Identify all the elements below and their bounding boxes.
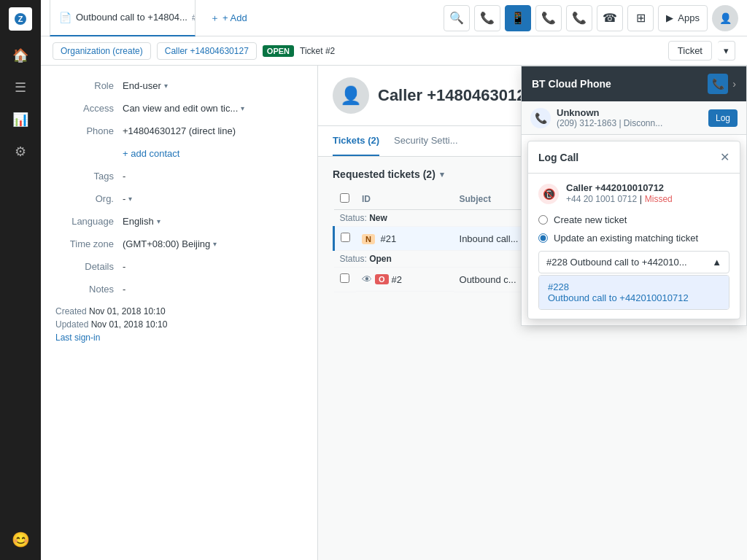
notes-value: - <box>123 284 303 295</box>
phone-value: +14804630127 (direct line) <box>123 125 303 136</box>
bt-header-actions: 📞 › <box>708 74 736 94</box>
nav-tickets[interactable]: ☰ <box>7 74 34 101</box>
apps-chevron-icon: ▶ <box>666 12 673 23</box>
language-label: Language <box>55 216 114 227</box>
tab-label: Outbound call to +14804... <box>76 12 187 23</box>
log-missed-call-icon: 📵 <box>538 184 559 204</box>
active-tab[interactable]: 📄 Outbound call to +14804... #2 ✕ <box>50 0 196 36</box>
timezone-dropdown-icon[interactable]: ▾ <box>213 240 217 248</box>
app-logo[interactable]: Z <box>9 7 32 31</box>
bt-call-type-icon: 📞 <box>530 108 551 128</box>
breadcrumb-bar: Organization (create) Caller +1480463012… <box>41 36 747 66</box>
caller-avatar: 👤 <box>333 77 369 114</box>
bt-log-button[interactable]: Log <box>708 109 738 127</box>
top-bar: 📄 Outbound call to +14804... #2 ✕ ＋ + Ad… <box>41 0 747 36</box>
created-info: Created Nov 01, 2018 10:10 Updated Nov 0… <box>55 306 303 343</box>
log-caller-details: Caller +442010010712 +44 20 1001 0712 | … <box>566 182 673 204</box>
bt-panel-title: BT Cloud Phone <box>532 78 611 90</box>
ticket-id-2: #2 <box>392 274 402 285</box>
language-field: Language English ▾ <box>55 216 303 227</box>
phone-label: Phone <box>55 125 114 136</box>
log-call-modal: Log Call ✕ 📵 Caller +442010010712 +44 20… <box>527 141 740 319</box>
notes-label: Notes <box>55 284 114 295</box>
phone-button-5[interactable]: ☎ <box>597 5 623 31</box>
select-all-checkbox[interactable] <box>340 193 349 203</box>
user-avatar[interactable]: 👤 <box>712 5 738 31</box>
timezone-field: Time zone (GMT+08:00) Beijing ▾ <box>55 238 303 249</box>
bt-caller-detail: (209) 312-1863 | Disconn... <box>557 118 703 128</box>
created-label: Created <box>55 306 89 316</box>
requested-tickets-label: Requested tickets (2) <box>333 168 436 180</box>
ticket-checkbox-21[interactable] <box>341 233 350 242</box>
log-caller-number: Caller +442010010712 <box>566 182 673 193</box>
ticket-dropdown[interactable]: #228 Outbound call to +442010... ▲ <box>538 251 729 273</box>
tab-security[interactable]: Security Setti... <box>394 126 457 156</box>
new-ticket-dropdown[interactable]: ▾ <box>718 41 735 61</box>
ticket-dropdown-options: #228 Outbound call to +442010010712 <box>538 275 729 310</box>
org-dropdown-icon[interactable]: ▾ <box>128 195 132 203</box>
nav-user[interactable]: 😊 <box>7 526 34 553</box>
add-contact-link[interactable]: + add contact <box>123 148 303 159</box>
details-value: - <box>123 261 303 272</box>
option-id: #228 <box>548 281 720 292</box>
create-ticket-radio-input[interactable] <box>538 215 548 225</box>
language-dropdown-icon[interactable]: ▾ <box>157 217 160 225</box>
log-caller-row: 📵 Caller +442010010712 +44 20 1001 0712 … <box>538 182 729 204</box>
log-caller-sub: +44 20 1001 0712 <box>566 194 637 204</box>
ticket-dropdown-chevron: ▲ <box>712 257 721 268</box>
log-call-close-button[interactable]: ✕ <box>720 150 729 164</box>
phone-button-3[interactable]: 📞 <box>535 5 562 31</box>
create-ticket-radio[interactable]: Create new ticket <box>538 214 729 225</box>
add-tab-button[interactable]: ＋ + Add <box>201 12 256 25</box>
ticket-id: #21 <box>381 233 397 244</box>
ticket-checkbox-2[interactable] <box>340 273 349 283</box>
breadcrumb-caller[interactable]: Caller +14804630127 <box>157 42 257 60</box>
update-ticket-label: Update an existing matching ticket <box>554 233 698 244</box>
role-label: Role <box>55 80 114 91</box>
bt-caller-info: Unknown (209) 312-1863 | Disconn... <box>557 107 703 128</box>
bt-cloud-phone-panel: BT Cloud Phone 📞 › 📞 Unknown (209) 312-1… <box>521 66 747 326</box>
access-label: Access <box>55 103 114 114</box>
role-dropdown-icon[interactable]: ▾ <box>164 82 168 90</box>
search-button[interactable]: 🔍 <box>444 5 470 31</box>
phone-button-4[interactable]: 📞 <box>566 5 592 31</box>
tags-field: Tags - <box>55 171 303 182</box>
bt-caller-bar: 📞 Unknown (209) 312-1863 | Disconn... Lo… <box>522 101 746 135</box>
update-ticket-radio-input[interactable] <box>538 233 548 243</box>
dropdown-option-228[interactable]: #228 Outbound call to +442010010712 <box>539 276 729 309</box>
details-field: Details - <box>55 261 303 272</box>
update-ticket-radio[interactable]: Update an existing matching ticket <box>538 233 729 244</box>
last-signin-link[interactable]: Last sign-in <box>55 332 100 343</box>
role-field: Role End-user ▾ <box>55 80 303 91</box>
tab-subtitle: #2 <box>192 13 196 22</box>
bt-panel-header: BT Cloud Phone 📞 › <box>522 66 746 101</box>
caller-name: Caller +14804630127 <box>378 86 535 105</box>
access-dropdown-icon[interactable]: ▾ <box>241 104 244 112</box>
new-ticket-button[interactable]: Ticket <box>668 41 712 61</box>
option-label: Outbound call to +442010010712 <box>548 292 720 303</box>
ticket-dropdown-value: #228 Outbound call to +442010... <box>546 257 687 268</box>
access-field: Access Can view and edit own tic... ▾ <box>55 103 303 114</box>
bt-caller-name: Unknown <box>557 107 703 118</box>
role-value: End-user ▾ <box>123 80 303 91</box>
log-caller-missed-status: Missed <box>645 194 673 204</box>
apps-button[interactable]: ▶ Apps <box>658 5 708 31</box>
nav-settings[interactable]: ⚙ <box>7 139 34 165</box>
chevron-down-icon[interactable]: ▾ <box>440 170 444 179</box>
phone-button-2[interactable]: 📱 <box>505 5 531 31</box>
breadcrumb-org[interactable]: Organization (create) <box>53 42 151 60</box>
tickets-panel: 👤 Caller +14804630127 Tickets (2) Securi… <box>318 66 747 560</box>
timezone-label: Time zone <box>55 238 114 249</box>
bt-phone-icon[interactable]: 📞 <box>708 74 728 94</box>
nav-home[interactable]: 🏠 <box>7 42 34 69</box>
nav-reports[interactable]: 📊 <box>7 106 34 133</box>
svg-text:Z: Z <box>18 15 23 23</box>
phone-button-1[interactable]: 📞 <box>474 5 500 31</box>
plus-icon: ＋ <box>210 12 220 25</box>
tab-tickets[interactable]: Tickets (2) <box>333 126 379 156</box>
create-ticket-label: Create new ticket <box>554 214 627 225</box>
grid-button[interactable]: ⊞ <box>627 5 654 31</box>
bt-chevron-icon[interactable]: › <box>732 78 736 90</box>
log-call-header: Log Call ✕ <box>528 141 740 174</box>
details-label: Details <box>55 261 114 272</box>
